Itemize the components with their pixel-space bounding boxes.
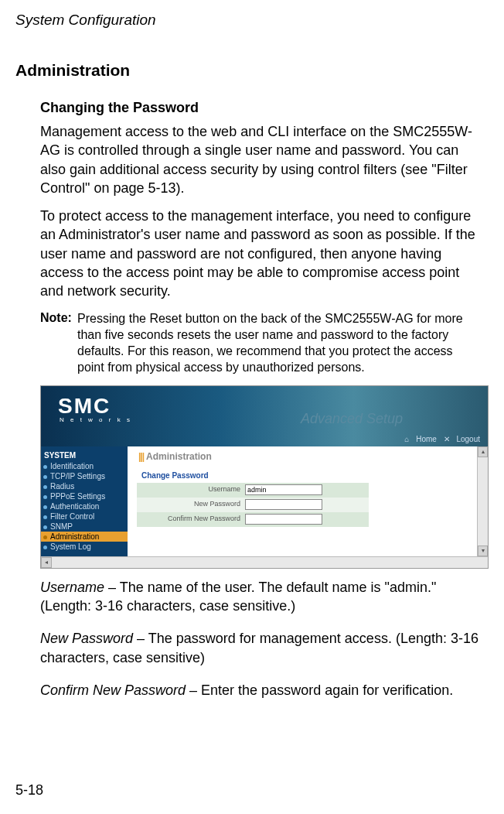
home-icon[interactable]: ⌂ Home <box>404 435 437 443</box>
main-panel: |||Administration Change Password Userna… <box>128 446 488 556</box>
sidebar-item-identification[interactable]: Identification <box>41 461 128 471</box>
smc-logo-sub: N e t w o r k s <box>41 416 488 423</box>
note-block: Note: Pressing the Reset button on the b… <box>40 310 482 376</box>
sidebar-header: SYSTEM <box>41 448 128 461</box>
main-heading: |||Administration <box>128 446 488 462</box>
sidebar-item-admin[interactable]: Administration <box>41 532 128 542</box>
field-name-username: Username <box>40 580 104 595</box>
sidebar-item-auth[interactable]: Authentication <box>41 501 128 511</box>
sidebar-item-radius[interactable]: Radius <box>41 481 128 491</box>
password-form: Username New Password Confirm New Passwo… <box>137 483 369 527</box>
field-desc-confirm: Confirm New Password – Enter the passwor… <box>40 681 482 699</box>
sidebar-item-filter[interactable]: Filter Control <box>41 511 128 522</box>
screenshot-body: SYSTEM Identification TCP/IP Settings Ra… <box>41 446 488 556</box>
label-newpw: New Password <box>137 498 245 512</box>
field-text-confirm: – Enter the password again for verificat… <box>186 682 453 698</box>
input-confirm[interactable] <box>245 514 322 525</box>
sidebar-item-syslog[interactable]: System Log <box>41 542 128 552</box>
scrollbar[interactable]: ▴ ▾ <box>477 446 488 556</box>
row-username: Username <box>137 483 369 498</box>
logout-icon[interactable]: ✕ Logout <box>444 435 480 443</box>
main-heading-text: Administration <box>146 451 212 462</box>
sub-heading: Changing the Password <box>40 100 489 116</box>
admin-screenshot: SMC N e t w o r k s Advanced Setup ⌂ Hom… <box>40 385 489 569</box>
sidebar: SYSTEM Identification TCP/IP Settings Ra… <box>41 446 128 556</box>
smc-logo: SMC <box>41 386 488 419</box>
label-username: Username <box>137 483 245 498</box>
label-confirm: Confirm New Password <box>137 512 245 527</box>
bars-icon: ||| <box>138 451 144 462</box>
banner-text: Advanced Setup <box>301 411 403 427</box>
page-header: System Configuration <box>15 12 489 29</box>
field-name-newpw: New Password <box>40 631 133 646</box>
scroll-left-icon[interactable]: ◂ <box>41 557 52 568</box>
row-confirm: Confirm New Password <box>137 512 369 527</box>
field-desc-username: Username – The name of the user. The def… <box>40 578 482 616</box>
input-username[interactable] <box>245 484 322 495</box>
top-links: ⌂ Home ✕ Logout <box>400 435 480 443</box>
sidebar-item-pppoe[interactable]: PPPoE Settings <box>41 491 128 501</box>
section-heading: Administration <box>15 61 489 80</box>
paragraph-2: To protect access to the management inte… <box>40 207 482 300</box>
scroll-up-icon[interactable]: ▴ <box>478 446 488 457</box>
note-text: Pressing the Reset button on the back of… <box>77 311 482 375</box>
screenshot-header: SMC N e t w o r k s Advanced Setup ⌂ Hom… <box>41 386 488 446</box>
field-desc-newpw: New Password – The password for manageme… <box>40 629 482 667</box>
row-newpw: New Password <box>137 498 369 512</box>
field-name-confirm: Confirm New Password <box>40 682 186 698</box>
logout-link[interactable]: Logout <box>456 435 480 443</box>
note-label: Note: <box>40 311 72 324</box>
sidebar-item-snmp[interactable]: SNMP <box>41 522 128 532</box>
input-newpw[interactable] <box>245 499 322 510</box>
home-link[interactable]: Home <box>416 435 437 443</box>
sub-heading-form: Change Password <box>128 462 488 483</box>
scroll-down-icon[interactable]: ▾ <box>478 546 488 556</box>
page-number: 5-18 <box>15 782 43 799</box>
paragraph-1: Management access to the web and CLI int… <box>40 122 482 197</box>
sidebar-item-tcpip[interactable]: TCP/IP Settings <box>41 471 128 481</box>
